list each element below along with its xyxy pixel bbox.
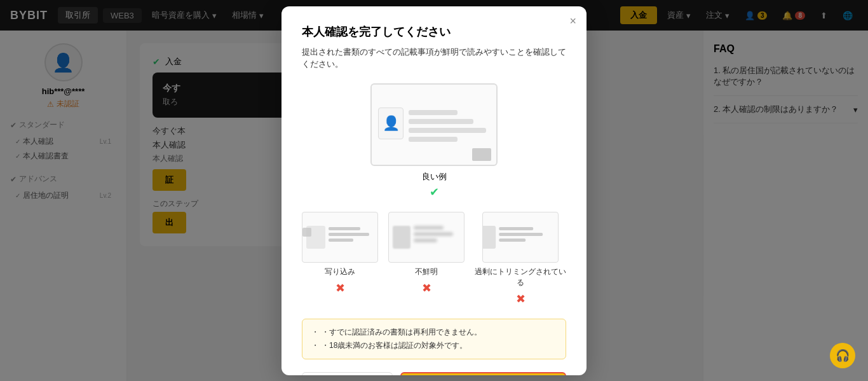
good-example-label: 良い例 [422,171,447,183]
cross-red-icon-3: ✖ [516,292,526,306]
notice-line-1: ・ ・すでに認証済みの書類は再利用できません。 [311,327,557,338]
id-card-corner [472,148,491,161]
bad-card-cropped [482,212,559,263]
modal-overlay[interactable]: × 本人確認を完了してください 提出された書類のすべての記載事項が鮮明で読みやす… [0,0,868,381]
modal-button-row: 戻る 続ける [302,372,566,375]
good-example-section: 👤 良い例 ✔ [302,83,566,199]
id-line-4 [409,137,458,142]
cross-red-icon-1: ✖ [336,281,345,295]
bad-label-overlap: 写り込み [325,267,355,277]
bad-card-overlap [302,212,378,263]
cross-red-icon-2: ✖ [422,281,431,295]
bad-card-blur [388,212,465,263]
continue-button[interactable]: 続ける [400,372,566,375]
id-card-lines [409,107,490,142]
id-card-avatar: 👤 [378,107,403,139]
blur-lines [414,226,460,242]
bullet-1: ・ [311,327,319,338]
person-icon: 👤 [383,115,400,132]
modal-title: 本人確認を完了してください [302,24,566,39]
bullet-2: ・ [311,340,319,351]
bad-examples-section: 写り込み ✖ 不鮮明 ✖ [302,212,566,306]
close-button[interactable]: × [569,15,576,27]
bad-example-overlap: 写り込み ✖ [302,212,378,306]
good-example-card: 👤 [370,83,498,166]
back-button[interactable]: 戻る [302,372,393,375]
bad-example-cropped: 過剰にトリミングされている ✖ [475,212,566,306]
id-line-1 [409,110,458,115]
notice-box: ・ ・すでに認証済みの書類は再利用できません。 ・ ・18歳未満のお客様は認証の… [302,319,566,359]
notice-line-2: ・ ・18歳未満のお客様は認証の対象外です。 [311,340,557,351]
id-line-2 [409,119,473,124]
bad-example-blur: 不鮮明 ✖ [388,212,465,306]
bad-label-blur: 不鮮明 [415,267,438,277]
cropped-card [483,223,550,251]
support-button[interactable]: 🎧 [830,343,855,368]
cropped-inner [483,212,558,262]
kyc-modal: × 本人確認を完了してください 提出された書類のすべての記載事項が鮮明で読みやす… [281,6,587,375]
headset-icon: 🎧 [836,349,850,363]
bad-label-cropped: 過剰にトリミングされている [475,267,566,288]
id-line-3 [409,128,486,133]
check-green-icon: ✔ [430,185,439,199]
overlap-illustration [306,226,325,249]
modal-description: 提出された書類のすべての記載事項が鮮明で読みやすいことを確認してください。 [302,46,566,71]
